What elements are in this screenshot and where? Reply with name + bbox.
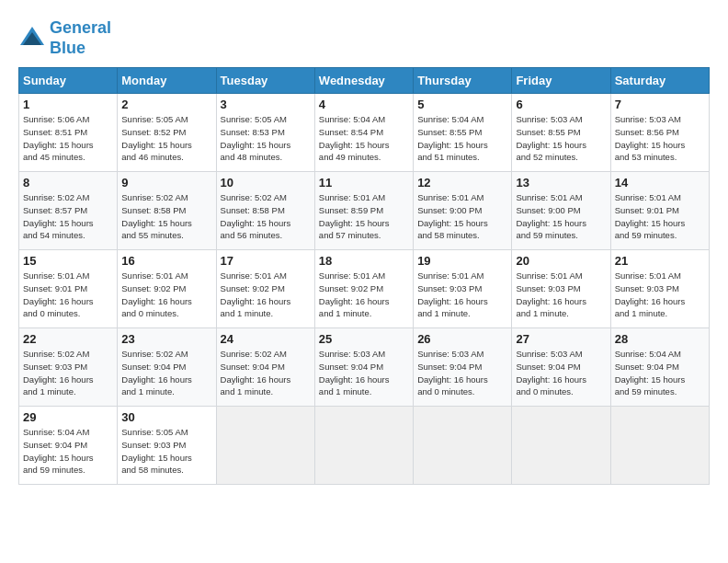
day-number: 13 — [516, 176, 606, 190]
header-cell-wednesday: Wednesday — [314, 68, 413, 94]
day-info: Sunrise: 5:03 AM Sunset: 9:04 PM Dayligh… — [319, 348, 409, 398]
day-number: 5 — [417, 98, 507, 111]
day-number: 15 — [23, 254, 113, 268]
calendar-cell: 30Sunrise: 5:05 AM Sunset: 9:03 PM Dayli… — [118, 407, 216, 485]
day-number: 26 — [417, 332, 507, 346]
day-number: 27 — [516, 332, 606, 346]
calendar-cell: 26Sunrise: 5:03 AM Sunset: 9:04 PM Dayli… — [414, 328, 512, 407]
header-cell-tuesday: Tuesday — [216, 68, 314, 94]
day-number: 3 — [221, 98, 311, 111]
day-number: 18 — [319, 254, 409, 268]
day-info: Sunrise: 5:06 AM Sunset: 8:51 PM Dayligh… — [23, 113, 113, 164]
day-info: Sunrise: 5:04 AM Sunset: 8:54 PM Dayligh… — [319, 113, 409, 164]
calendar-cell: 12Sunrise: 5:01 AM Sunset: 9:00 PM Dayli… — [414, 172, 512, 250]
calendar-body: 1Sunrise: 5:06 AM Sunset: 8:51 PM Daylig… — [19, 94, 710, 485]
day-number: 4 — [319, 98, 409, 111]
day-info: Sunrise: 5:01 AM Sunset: 9:03 PM Dayligh… — [516, 270, 606, 320]
day-number: 20 — [516, 254, 606, 268]
day-info: Sunrise: 5:04 AM Sunset: 9:04 PM Dayligh… — [615, 348, 705, 398]
day-number: 1 — [23, 98, 113, 111]
day-info: Sunrise: 5:02 AM Sunset: 8:58 PM Dayligh… — [221, 191, 311, 242]
calendar-cell — [414, 407, 512, 485]
calendar-week-1: 1Sunrise: 5:06 AM Sunset: 8:51 PM Daylig… — [19, 94, 710, 172]
calendar-cell: 23Sunrise: 5:02 AM Sunset: 9:04 PM Dayli… — [118, 328, 216, 407]
day-info: Sunrise: 5:04 AM Sunset: 8:55 PM Dayligh… — [417, 113, 507, 164]
calendar-cell: 10Sunrise: 5:02 AM Sunset: 8:58 PM Dayli… — [216, 172, 314, 250]
day-number: 28 — [615, 332, 705, 346]
calendar-cell: 28Sunrise: 5:04 AM Sunset: 9:04 PM Dayli… — [610, 328, 709, 407]
calendar-cell: 11Sunrise: 5:01 AM Sunset: 8:59 PM Dayli… — [314, 172, 413, 250]
day-info: Sunrise: 5:03 AM Sunset: 8:56 PM Dayligh… — [615, 113, 705, 164]
day-info: Sunrise: 5:01 AM Sunset: 9:02 PM Dayligh… — [319, 270, 409, 320]
day-info: Sunrise: 5:05 AM Sunset: 8:53 PM Dayligh… — [221, 113, 311, 164]
header-cell-friday: Friday — [512, 68, 610, 94]
calendar-cell: 5Sunrise: 5:04 AM Sunset: 8:55 PM Daylig… — [414, 94, 512, 172]
day-number: 25 — [319, 332, 409, 346]
day-info: Sunrise: 5:03 AM Sunset: 9:04 PM Dayligh… — [516, 348, 606, 398]
header-cell-monday: Monday — [118, 68, 216, 94]
day-info: Sunrise: 5:02 AM Sunset: 8:58 PM Dayligh… — [121, 191, 211, 242]
day-number: 11 — [319, 176, 409, 190]
day-number: 2 — [121, 98, 211, 111]
calendar-cell: 15Sunrise: 5:01 AM Sunset: 9:01 PM Dayli… — [19, 250, 118, 328]
day-number: 17 — [221, 254, 311, 268]
calendar-week-4: 22Sunrise: 5:02 AM Sunset: 9:03 PM Dayli… — [19, 328, 710, 407]
day-info: Sunrise: 5:01 AM Sunset: 9:03 PM Dayligh… — [615, 270, 705, 320]
day-info: Sunrise: 5:03 AM Sunset: 8:55 PM Dayligh… — [516, 113, 606, 164]
calendar-cell: 24Sunrise: 5:02 AM Sunset: 9:04 PM Dayli… — [216, 328, 314, 407]
page-header: General Blue — [18, 18, 710, 58]
calendar-cell: 8Sunrise: 5:02 AM Sunset: 8:57 PM Daylig… — [19, 172, 118, 250]
logo-text: General Blue — [50, 18, 111, 58]
calendar-cell: 9Sunrise: 5:02 AM Sunset: 8:58 PM Daylig… — [118, 172, 216, 250]
day-info: Sunrise: 5:01 AM Sunset: 9:00 PM Dayligh… — [516, 191, 606, 242]
day-info: Sunrise: 5:02 AM Sunset: 8:57 PM Dayligh… — [23, 191, 113, 242]
day-info: Sunrise: 5:01 AM Sunset: 9:03 PM Dayligh… — [417, 270, 507, 320]
day-number: 30 — [121, 410, 211, 424]
day-number: 7 — [615, 98, 705, 111]
calendar-cell — [610, 407, 709, 485]
calendar-cell: 3Sunrise: 5:05 AM Sunset: 8:53 PM Daylig… — [216, 94, 314, 172]
calendar-cell: 20Sunrise: 5:01 AM Sunset: 9:03 PM Dayli… — [512, 250, 610, 328]
day-info: Sunrise: 5:01 AM Sunset: 8:59 PM Dayligh… — [319, 191, 409, 242]
calendar-cell: 22Sunrise: 5:02 AM Sunset: 9:03 PM Dayli… — [19, 328, 118, 407]
calendar-cell: 7Sunrise: 5:03 AM Sunset: 8:56 PM Daylig… — [610, 94, 709, 172]
day-info: Sunrise: 5:05 AM Sunset: 8:52 PM Dayligh… — [121, 113, 211, 164]
calendar-week-2: 8Sunrise: 5:02 AM Sunset: 8:57 PM Daylig… — [19, 172, 710, 250]
calendar-cell — [512, 407, 610, 485]
day-number: 12 — [417, 176, 507, 190]
calendar-cell: 2Sunrise: 5:05 AM Sunset: 8:52 PM Daylig… — [118, 94, 216, 172]
logo-icon — [18, 25, 46, 52]
day-number: 23 — [121, 332, 211, 346]
calendar-cell: 29Sunrise: 5:04 AM Sunset: 9:04 PM Dayli… — [19, 407, 118, 485]
day-number: 10 — [221, 176, 311, 190]
day-number: 14 — [615, 176, 705, 190]
day-info: Sunrise: 5:04 AM Sunset: 9:04 PM Dayligh… — [23, 426, 113, 477]
calendar-cell: 14Sunrise: 5:01 AM Sunset: 9:01 PM Dayli… — [610, 172, 709, 250]
day-number: 9 — [121, 176, 211, 190]
calendar-cell: 6Sunrise: 5:03 AM Sunset: 8:55 PM Daylig… — [512, 94, 610, 172]
header-cell-thursday: Thursday — [414, 68, 512, 94]
day-number: 8 — [23, 176, 113, 190]
calendar-cell — [314, 407, 413, 485]
day-number: 24 — [221, 332, 311, 346]
calendar-header: SundayMondayTuesdayWednesdayThursdayFrid… — [19, 68, 710, 94]
calendar-cell: 25Sunrise: 5:03 AM Sunset: 9:04 PM Dayli… — [314, 328, 413, 407]
day-info: Sunrise: 5:01 AM Sunset: 9:01 PM Dayligh… — [23, 270, 113, 320]
header-cell-sunday: Sunday — [19, 68, 118, 94]
day-number: 19 — [417, 254, 507, 268]
header-row: SundayMondayTuesdayWednesdayThursdayFrid… — [19, 68, 710, 94]
day-info: Sunrise: 5:05 AM Sunset: 9:03 PM Dayligh… — [121, 426, 211, 477]
calendar-week-5: 29Sunrise: 5:04 AM Sunset: 9:04 PM Dayli… — [19, 407, 710, 485]
calendar-table: SundayMondayTuesdayWednesdayThursdayFrid… — [18, 67, 710, 485]
calendar-cell: 18Sunrise: 5:01 AM Sunset: 9:02 PM Dayli… — [314, 250, 413, 328]
day-info: Sunrise: 5:03 AM Sunset: 9:04 PM Dayligh… — [417, 348, 507, 398]
day-info: Sunrise: 5:02 AM Sunset: 9:04 PM Dayligh… — [121, 348, 211, 398]
calendar-cell: 19Sunrise: 5:01 AM Sunset: 9:03 PM Dayli… — [414, 250, 512, 328]
header-cell-saturday: Saturday — [610, 68, 709, 94]
calendar-cell: 1Sunrise: 5:06 AM Sunset: 8:51 PM Daylig… — [19, 94, 118, 172]
day-info: Sunrise: 5:01 AM Sunset: 9:01 PM Dayligh… — [615, 191, 705, 242]
calendar-cell: 27Sunrise: 5:03 AM Sunset: 9:04 PM Dayli… — [512, 328, 610, 407]
day-info: Sunrise: 5:02 AM Sunset: 9:04 PM Dayligh… — [221, 348, 311, 398]
calendar-week-3: 15Sunrise: 5:01 AM Sunset: 9:01 PM Dayli… — [19, 250, 710, 328]
calendar-cell: 16Sunrise: 5:01 AM Sunset: 9:02 PM Dayli… — [118, 250, 216, 328]
